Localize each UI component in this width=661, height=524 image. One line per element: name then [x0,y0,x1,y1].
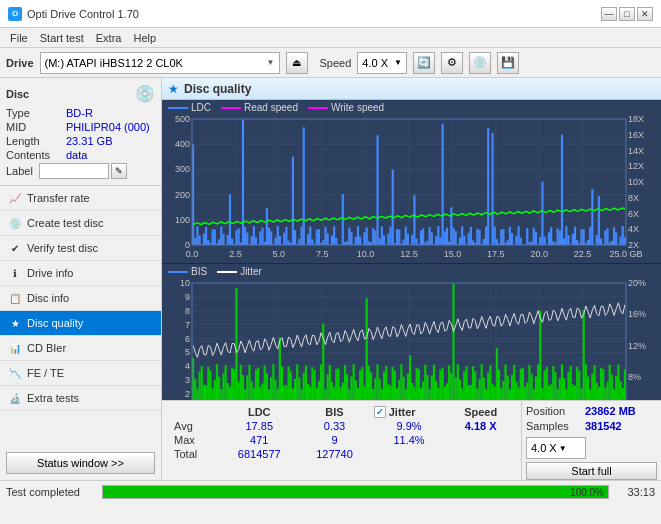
titlebar: O Opti Drive Control 1.70 — □ ✕ [0,0,661,28]
legend-readspeed-color [221,107,241,109]
refresh-button[interactable]: 🔄 [413,52,435,74]
disc-mid-row: MID PHILIPR04 (000) [6,121,155,133]
charts-area: LDC Read speed Write speed [162,100,661,400]
extra-tests-label: Extra tests [27,392,79,404]
sidebar-item-fe-te[interactable]: 📉FE / TE [0,361,161,386]
drive-dropdown-arrow: ▼ [267,58,275,67]
stats-max-jitter: 11.4% [370,433,449,447]
verify-test-disc-icon: ✔ [8,241,22,255]
drivebar: Drive (M:) ATAPI iHBS112 2 CL0K ▼ ⏏ Spee… [0,48,661,78]
chart2-container: BIS Jitter [162,264,661,400]
speed-value: 4.0 X [362,57,388,69]
stats-total-label: Total [170,447,219,461]
cd-bier-icon: 📊 [8,341,22,355]
position-row: Position 23862 MB [526,405,657,417]
close-button[interactable]: ✕ [637,7,653,21]
stats-header-speed: Speed [448,405,513,419]
stats-header-jitter-check: ✓ Jitter [370,405,449,419]
disc-length-label: Length [6,135,66,147]
disc-length-value: 23.31 GB [66,135,112,147]
disc-quality-icon: ★ [168,82,179,96]
save-button[interactable]: 💾 [497,52,519,74]
start-full-button[interactable]: Start full [526,462,657,480]
legend-writespeed-label: Write speed [331,102,384,113]
stats-max-ldc: 471 [219,433,299,447]
stats-header-ldc: LDC [219,405,299,419]
legend-jitter-color [217,271,237,273]
progress-fill [103,486,608,498]
status-window-button[interactable]: Status window >> [6,452,155,474]
stats-max-bis: 9 [299,433,369,447]
extra-tests-icon: 🔬 [8,391,22,405]
position-label: Position [526,405,581,417]
menu-file[interactable]: File [4,31,34,45]
sidebar-item-drive-info[interactable]: ℹDrive info [0,261,161,286]
legend-jitter: Jitter [217,266,262,277]
disc-mid-label: MID [6,121,66,133]
settings-button[interactable]: ⚙ [441,52,463,74]
stats-header-empty [170,405,219,419]
stats-total-bis: 127740 [299,447,369,461]
disc-label-edit-button[interactable]: ✎ [111,163,127,179]
disc-info-label: Disc info [27,292,69,304]
transfer-rate-icon: 📈 [8,191,22,205]
content-area: ★ Disc quality LDC Read speed [162,78,661,480]
menu-start-test[interactable]: Start test [34,31,90,45]
sidebar-item-extra-tests[interactable]: 🔬Extra tests [0,386,161,411]
stats-bar: LDC BIS ✓ Jitter Speed Avg 17.85 [162,400,661,480]
speed-selector[interactable]: 4.0 X ▼ [357,52,407,74]
speed-select-stats[interactable]: 4.0 X ▼ [526,437,586,459]
disc-contents-label: Contents [6,149,66,161]
stats-total-ldc: 6814577 [219,447,299,461]
disc-label-input[interactable] [39,163,109,179]
disc-label-row: Label ✎ [6,163,155,179]
stats-avg-label: Avg [170,419,219,433]
menubar: File Start test Extra Help [0,28,661,48]
disc-quality-label: Disc quality [27,317,83,329]
sidebar-item-disc-quality[interactable]: ★Disc quality [0,311,161,336]
legend-ldc-label: LDC [191,102,211,113]
disc-header: Disc 💿 [6,84,155,103]
disc-type-label: Type [6,107,66,119]
speed-label: Speed [320,57,352,69]
menu-help[interactable]: Help [127,31,162,45]
sidebar: Disc 💿 Type BD-R MID PHILIPR04 (000) Len… [0,78,162,480]
disc-button[interactable]: 💿 [469,52,491,74]
disc-type-row: Type BD-R [6,107,155,119]
disc-section: Disc 💿 Type BD-R MID PHILIPR04 (000) Len… [0,78,161,186]
sidebar-item-disc-info[interactable]: 📋Disc info [0,286,161,311]
legend-bis-label: BIS [191,266,207,277]
disc-mid-value: PHILIPR04 (000) [66,121,150,133]
progress-bar-container: Test completed 100.0% 33:13 [0,480,661,502]
time-label: 33:13 [615,486,655,498]
sidebar-item-transfer-rate[interactable]: 📈Transfer rate [0,186,161,211]
sidebar-item-create-test-disc[interactable]: 💿Create test disc [0,211,161,236]
sidebar-item-cd-bier[interactable]: 📊CD BIer [0,336,161,361]
samples-value: 381542 [585,420,622,432]
disc-icon: 💿 [135,84,155,103]
stats-header-bis: BIS [299,405,369,419]
window-controls: — □ ✕ [601,7,653,21]
legend-bis-color [168,271,188,273]
stats-table: LDC BIS ✓ Jitter Speed Avg 17.85 [162,401,521,480]
sidebar-item-verify-test-disc[interactable]: ✔Verify test disc [0,236,161,261]
disc-type-value: BD-R [66,107,93,119]
drive-label: Drive [6,57,34,69]
status-text: Test completed [6,486,96,498]
transfer-rate-label: Transfer rate [27,192,90,204]
legend-writespeed-color [308,107,328,109]
eject-button[interactable]: ⏏ [286,52,308,74]
speed-dropdown-arrow: ▼ [394,58,402,67]
samples-label: Samples [526,420,581,432]
maximize-button[interactable]: □ [619,7,635,21]
minimize-button[interactable]: — [601,7,617,21]
app-title: Opti Drive Control 1.70 [27,8,139,20]
menu-extra[interactable]: Extra [90,31,128,45]
create-test-disc-icon: 💿 [8,216,22,230]
drive-selector[interactable]: (M:) ATAPI iHBS112 2 CL0K ▼ [40,52,280,74]
stats-avg-speed: 4.18 X [448,419,513,433]
progress-percent-label: 100.0% [570,486,604,500]
legend-readspeed: Read speed [221,102,298,113]
fe-te-label: FE / TE [27,367,64,379]
jitter-checkbox[interactable]: ✓ [374,406,386,418]
